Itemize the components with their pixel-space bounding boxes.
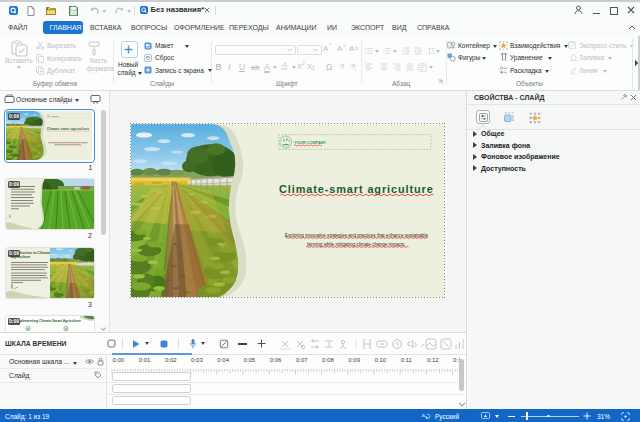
svg-text:Implementing Climate-Smart Agr: Implementing Climate-Smart Agriculture	[16, 319, 81, 323]
svg-text:0:06: 0:06	[270, 357, 282, 363]
svg-text:0:10: 0:10	[375, 357, 387, 363]
svg-text:0:08: 0:08	[322, 357, 334, 363]
svg-text:0:07: 0:07	[296, 357, 308, 363]
svg-text:0:01: 0:01	[139, 357, 151, 363]
svg-text:0:04: 0:04	[217, 357, 229, 363]
svg-text:0:09: 0:09	[348, 357, 360, 363]
svg-text:0:12: 0:12	[427, 357, 439, 363]
svg-text:0:00: 0:00	[113, 357, 125, 363]
svg-text:0:11: 0:11	[401, 357, 413, 363]
svg-text:0:03: 0:03	[191, 357, 203, 363]
svg-text:0:05: 0:05	[244, 357, 256, 363]
svg-text:0:02: 0:02	[165, 357, 177, 363]
